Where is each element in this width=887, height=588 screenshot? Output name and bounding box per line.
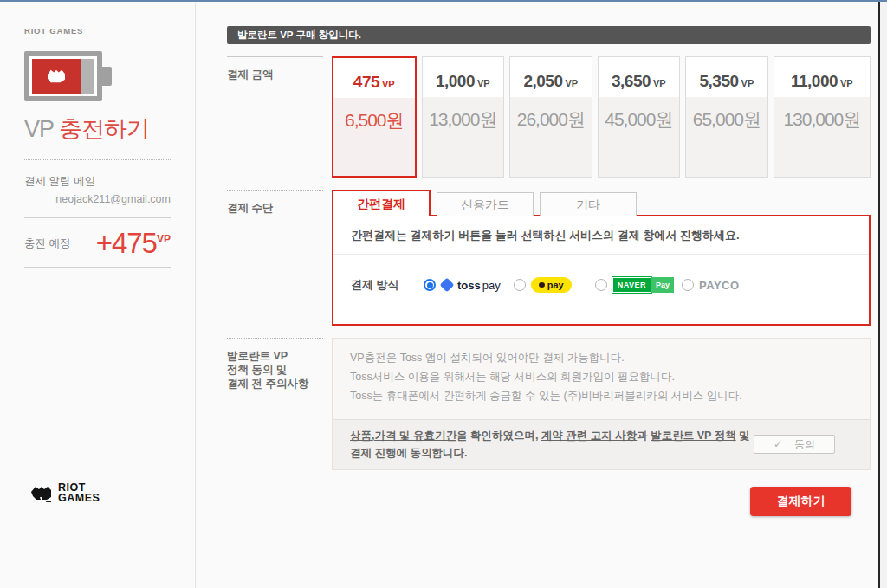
sidebar: RIOT GAMES VP 충전하기 결제 알림 메일 neojack211@g…	[0, 3, 196, 588]
toss-pay-radio[interactable]	[424, 279, 436, 291]
amount-price: 13,000원	[423, 97, 504, 177]
method-section-label: 결제 수단	[227, 191, 323, 215]
amount-option-5350[interactable]: 5,350VP 65,000원	[685, 56, 768, 178]
easy-pay-description: 간편결제는 결제하기 버튼을 눌러 선택하신 서비스의 결제 창에서 진행하세요…	[333, 216, 869, 255]
amount-options: 475VP 6,500원 1,000VP 13,000원 2,050VP 26,…	[332, 56, 871, 178]
agreement-strip: 상품,가격 및 유효기간을 확인하였으며, 계약 관련 고지 사항과 발로란트 …	[333, 419, 870, 469]
provider-toss-pay[interactable]: toss pay	[424, 279, 501, 292]
pending-amount: +475VP	[96, 227, 171, 260]
naver-pay-logo: NAVER Pay	[612, 277, 674, 293]
policy-notice-line: Toss는 휴대폰에서 간편하게 송금할 수 있는 (주)비바리퍼블리카의 서비…	[350, 386, 852, 405]
policy-section-label: 발로란트 VP 정책 동의 및 결제 전 주의사항	[227, 339, 323, 391]
tab-other[interactable]: 기타	[540, 192, 637, 216]
email-label: 결제 알림 메일	[24, 174, 171, 189]
policy-notice-line: VP충전은 Toss 앱이 설치되어 있어야만 결제 가능합니다.	[350, 348, 852, 367]
window-right-strip	[880, 2, 887, 588]
amount-price: 26,000원	[510, 97, 592, 177]
divider	[24, 217, 171, 218]
window-right-edge	[878, 2, 880, 588]
kakao-pay-radio[interactable]	[514, 279, 526, 291]
pending-charge-row: 충전 예정 +475VP	[24, 227, 171, 260]
amount-price: 65,000원	[686, 97, 767, 177]
vp-battery-icon	[24, 51, 114, 101]
riot-fist-icon	[29, 484, 54, 503]
provider-kakao-pay[interactable]: pay	[514, 277, 572, 293]
amount-option-3650[interactable]: 3,650VP 45,000원	[598, 56, 681, 178]
provider-payco[interactable]: PAYCO	[682, 279, 740, 292]
amount-option-475[interactable]: 475VP 6,500원	[332, 56, 417, 178]
divider	[24, 159, 171, 160]
pending-unit: VP	[157, 233, 171, 245]
divider	[24, 267, 171, 268]
battery-empty-segment	[81, 59, 94, 94]
battery-fill	[32, 59, 81, 94]
kakao-pay-logo: pay	[531, 277, 572, 293]
method-type-label: 결제 방식	[351, 277, 401, 293]
payco-radio[interactable]	[682, 279, 694, 291]
amount-section-label: 결제 금액	[227, 57, 323, 81]
policy-notice-line: Toss서비스 이용을 위해서는 해당 서비스의 회원가입이 필요합니다.	[350, 367, 852, 386]
amount-section: 결제 금액 475VP 6,500원 1,000VP 13,000원 2,050…	[227, 56, 871, 178]
amount-price: 45,000원	[599, 97, 680, 177]
pending-label: 충전 예정	[24, 236, 70, 251]
riot-fist-icon	[45, 68, 68, 85]
amount-option-11000[interactable]: 11,000VP 130,000원	[774, 56, 871, 178]
check-icon: ✓	[774, 438, 782, 450]
amount-price: 130,000원	[774, 97, 870, 177]
method-section: 결제 수단 간편결제 신용카드 기타 간편결제는 결제하기 버튼을 눌러 선택하…	[227, 190, 871, 326]
kakao-bubble-icon	[539, 282, 545, 288]
email-value: neojack211@gmail.com	[24, 193, 171, 205]
policy-section: 발로란트 VP 정책 동의 및 결제 전 주의사항 VP충전은 Toss 앱이 …	[227, 338, 871, 470]
amount-option-1000[interactable]: 1,000VP 13,000원	[422, 56, 505, 178]
riot-games-logo: RIOT GAMES	[29, 483, 100, 503]
payco-logo: PAYCO	[699, 279, 740, 292]
naver-pay-radio[interactable]	[595, 279, 607, 291]
easy-pay-panel: 간편결제는 결제하기 버튼을 눌러 선택하신 서비스의 결제 창에서 진행하세요…	[332, 215, 871, 326]
pay-button[interactable]: 결제하기	[750, 487, 851, 516]
amount-price: 6,500원	[333, 98, 415, 176]
payment-method-tabs: 간편결제 신용카드 기타	[332, 190, 871, 216]
main-content: 발로란트 VP 구매 창입니다. 결제 금액 475VP 6,500원 1,00…	[197, 3, 871, 516]
battery-tip	[102, 67, 112, 86]
page-title: VP 충전하기	[24, 113, 171, 145]
provider-naver-pay[interactable]: NAVER Pay	[595, 277, 674, 293]
purchase-notice-bar: 발로란트 VP 구매 창입니다.	[227, 26, 871, 44]
tab-easy-pay[interactable]: 간편결제	[332, 190, 431, 216]
amount-option-2050[interactable]: 2,050VP 26,000원	[509, 56, 592, 178]
policy-notice-box: VP충전은 Toss 앱이 설치되어 있어야만 결제 가능합니다. Toss서비…	[332, 338, 871, 470]
agreement-text: 상품,가격 및 유효기간을 확인하였으며, 계약 관련 고지 사항과 발로란트 …	[350, 427, 754, 462]
riot-games-wordmark: RIOT GAMES	[58, 483, 100, 503]
tab-credit-card[interactable]: 신용카드	[437, 192, 534, 216]
brand-label: RIOT GAMES	[24, 26, 171, 36]
agree-button[interactable]: ✓ 동의	[754, 435, 835, 454]
toss-logo-icon	[440, 278, 455, 293]
